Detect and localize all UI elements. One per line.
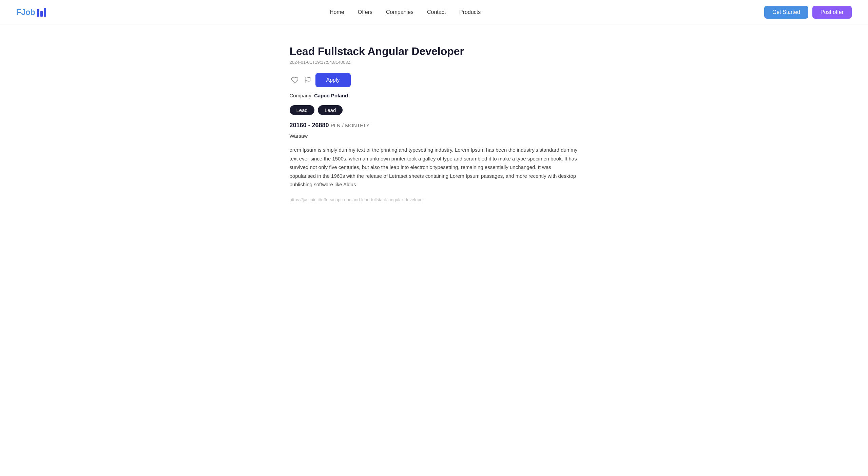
icon-actions-row: Apply — [290, 73, 579, 87]
tag-lead-2: Lead — [318, 105, 343, 115]
salary-currency: PLN — [331, 122, 341, 128]
heart-icon — [291, 76, 298, 84]
logo-bar-2 — [40, 11, 43, 17]
job-header: Lead Fullstack Angular Developer 2024-01… — [290, 45, 579, 70]
company-prefix: Company: — [290, 93, 313, 98]
flag-icon — [304, 76, 311, 84]
navbar-actions: Get Started Post offer — [764, 6, 852, 19]
apply-button[interactable]: Apply — [315, 73, 351, 87]
company-name: Capco Poland — [314, 93, 348, 98]
get-started-button[interactable]: Get Started — [764, 6, 808, 19]
navbar: FJob Home Offers Companies Contact Produ… — [0, 0, 868, 24]
job-location: Warsaw — [290, 133, 579, 139]
company-line: Company: Capco Poland — [290, 93, 579, 98]
job-description: orem Ipsum is simply dummy text of the p… — [290, 146, 579, 189]
salary-row: 20160 - 26880 PLN / MONTHLY — [290, 122, 579, 129]
job-title: Lead Fullstack Angular Developer — [290, 45, 579, 58]
logo-bars — [37, 8, 46, 17]
job-date: 2024-01-01T19:17:54.814003Z — [290, 60, 579, 65]
report-button[interactable] — [303, 75, 313, 85]
tags-row: Lead Lead — [290, 105, 579, 115]
job-url: https://justjoin.it/offers/capco-poland-… — [290, 197, 579, 202]
logo-bar-3 — [44, 8, 46, 17]
salary-max: 26880 — [312, 122, 329, 129]
salary-period: / MONTHLY — [342, 122, 370, 128]
post-offer-button[interactable]: Post offer — [812, 6, 852, 19]
main-content: Lead Fullstack Angular Developer 2024-01… — [282, 45, 587, 202]
salary-dash: - — [308, 122, 312, 129]
favorite-button[interactable] — [290, 75, 300, 85]
salary-min: 20160 — [290, 122, 307, 129]
tag-lead-1: Lead — [290, 105, 314, 115]
nav-companies[interactable]: Companies — [386, 9, 413, 15]
logo[interactable]: FJob — [16, 7, 46, 17]
nav-products[interactable]: Products — [459, 9, 481, 15]
nav-offers[interactable]: Offers — [358, 9, 372, 15]
nav-contact[interactable]: Contact — [427, 9, 446, 15]
job-title-section: Lead Fullstack Angular Developer 2024-01… — [290, 45, 579, 70]
logo-text: FJob — [16, 7, 35, 17]
logo-bar-1 — [37, 9, 39, 17]
nav-home[interactable]: Home — [330, 9, 344, 15]
nav-links: Home Offers Companies Contact Products — [330, 9, 481, 15]
